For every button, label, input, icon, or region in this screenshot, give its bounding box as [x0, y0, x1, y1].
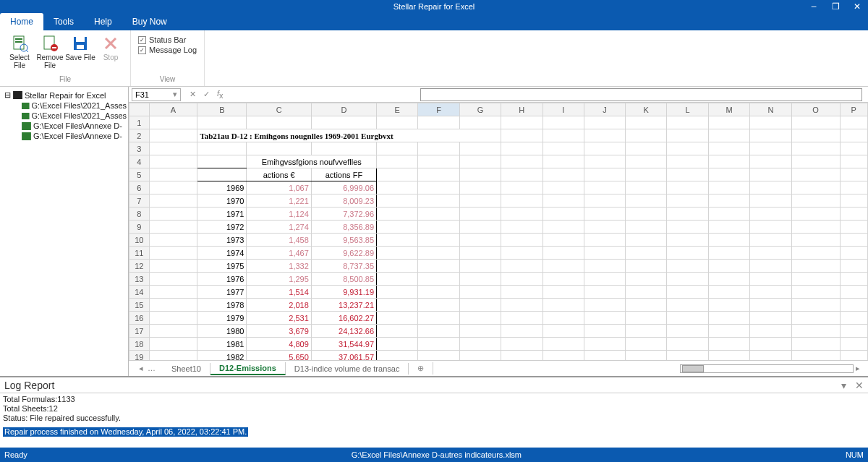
cell[interactable]: [149, 273, 197, 286]
cell[interactable]: [791, 325, 840, 338]
cell[interactable]: [377, 208, 418, 221]
cell[interactable]: [708, 181, 749, 194]
cell[interactable]: [840, 155, 867, 168]
cell[interactable]: [750, 273, 791, 286]
cell[interactable]: [418, 286, 459, 299]
cell[interactable]: [459, 273, 501, 286]
row-header[interactable]: 5: [129, 168, 150, 181]
cell[interactable]: [667, 181, 708, 194]
cell[interactable]: [501, 312, 542, 325]
cell[interactable]: [542, 208, 584, 221]
cell[interactable]: actions FF: [311, 168, 376, 181]
cell[interactable]: [418, 168, 459, 181]
cell[interactable]: [501, 168, 542, 181]
row-header[interactable]: 4: [129, 155, 150, 168]
cell[interactable]: [418, 116, 459, 129]
cell[interactable]: 16,602.27: [311, 312, 376, 325]
cell[interactable]: 8,356.89: [311, 221, 376, 234]
cell[interactable]: [377, 260, 418, 273]
cell[interactable]: [708, 351, 749, 361]
cell[interactable]: [542, 247, 584, 260]
cell[interactable]: [667, 260, 708, 273]
row-header[interactable]: 3: [129, 142, 150, 155]
cell[interactable]: 1982: [197, 351, 247, 361]
cell[interactable]: [501, 116, 542, 129]
cell[interactable]: [459, 247, 501, 260]
cell[interactable]: [708, 116, 749, 129]
cell[interactable]: [840, 247, 867, 260]
cell[interactable]: [750, 129, 791, 142]
cell[interactable]: [501, 155, 542, 168]
cell[interactable]: [542, 312, 584, 325]
cell[interactable]: [626, 168, 667, 181]
cell[interactable]: [667, 312, 708, 325]
cell[interactable]: [708, 338, 749, 351]
cell[interactable]: [791, 168, 840, 181]
cell[interactable]: [584, 351, 625, 361]
col-header[interactable]: I: [542, 103, 584, 116]
cell[interactable]: [542, 325, 584, 338]
cell[interactable]: [149, 325, 197, 338]
cell[interactable]: [418, 142, 459, 155]
cell[interactable]: [750, 234, 791, 247]
cell[interactable]: [791, 338, 840, 351]
cell[interactable]: [791, 194, 840, 208]
cell[interactable]: [750, 299, 791, 312]
cell[interactable]: [149, 208, 197, 221]
cell[interactable]: [418, 338, 459, 351]
cell[interactable]: [840, 299, 867, 312]
cell[interactable]: [667, 129, 708, 142]
cell[interactable]: [626, 155, 667, 168]
cell[interactable]: [459, 351, 501, 361]
cell[interactable]: [750, 168, 791, 181]
cell[interactable]: [501, 208, 542, 221]
cell[interactable]: [459, 286, 501, 299]
cell[interactable]: [149, 260, 197, 273]
cell[interactable]: 1,221: [247, 194, 311, 208]
cell[interactable]: 1,274: [247, 221, 311, 234]
row-header[interactable]: 2: [129, 129, 150, 142]
save-file-button[interactable]: Save File: [65, 32, 95, 75]
cell[interactable]: [667, 221, 708, 234]
col-header[interactable]: G: [459, 103, 501, 116]
cell[interactable]: [708, 260, 749, 273]
cell[interactable]: [377, 155, 418, 168]
cell[interactable]: [542, 234, 584, 247]
cell[interactable]: 1,514: [247, 286, 311, 299]
col-header[interactable]: E: [377, 103, 418, 116]
cell[interactable]: [584, 260, 625, 273]
cell[interactable]: [750, 208, 791, 221]
cell[interactable]: 3,679: [247, 325, 311, 338]
cell[interactable]: [501, 181, 542, 194]
cell[interactable]: [708, 155, 749, 168]
cell[interactable]: [626, 338, 667, 351]
cell[interactable]: [840, 208, 867, 221]
cell[interactable]: [197, 155, 247, 168]
cell[interactable]: [667, 299, 708, 312]
cell[interactable]: [459, 155, 501, 168]
cell[interactable]: [542, 129, 584, 142]
cell[interactable]: [542, 194, 584, 208]
col-header[interactable]: L: [667, 103, 708, 116]
cell[interactable]: [377, 299, 418, 312]
cell[interactable]: [667, 168, 708, 181]
cell[interactable]: [791, 208, 840, 221]
cell[interactable]: [149, 181, 197, 194]
cell[interactable]: [584, 286, 625, 299]
cell[interactable]: [791, 155, 840, 168]
cell[interactable]: [459, 299, 501, 312]
row-header[interactable]: 14: [129, 286, 150, 299]
cell[interactable]: [584, 168, 625, 181]
row-header[interactable]: 1: [129, 116, 150, 129]
cell[interactable]: [750, 312, 791, 325]
cell[interactable]: [418, 181, 459, 194]
cell[interactable]: [418, 194, 459, 208]
cell[interactable]: [750, 221, 791, 234]
cell[interactable]: [459, 194, 501, 208]
cell[interactable]: [791, 312, 840, 325]
row-header[interactable]: 16: [129, 312, 150, 325]
cell[interactable]: 6,999.06: [311, 181, 376, 194]
remove-file-button[interactable]: Remove File: [35, 32, 65, 75]
maximize-button[interactable]: ❐: [825, 0, 846, 13]
select-file-button[interactable]: Select File: [4, 32, 35, 75]
